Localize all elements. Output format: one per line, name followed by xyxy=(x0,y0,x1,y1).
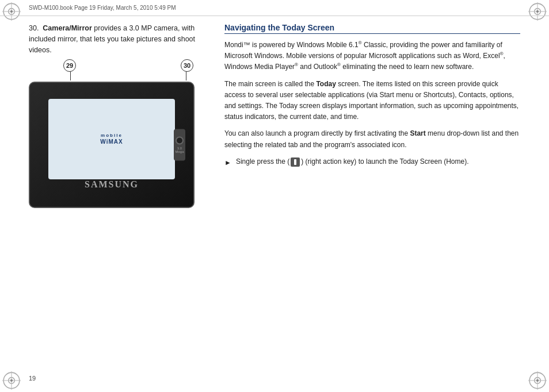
header-text: SWD-M100.book Page 19 Friday, March 5, 2… xyxy=(29,5,176,11)
left-column: 30. Camera/Mirror provides a 3.0 MP came… xyxy=(29,23,207,369)
tablet-face: mobile WiMAX SAMSUNG 3.0Mega xyxy=(30,83,193,207)
item-30-text: 30. Camera/Mirror provides a 3.0 MP came… xyxy=(29,23,207,55)
samsung-logo: SAMSUNG xyxy=(85,179,139,190)
action-key-icon xyxy=(291,157,300,167)
paragraph-1: Mondi™ is powered by Windows Mobile 6.1®… xyxy=(224,40,520,73)
paragraph-2: The main screen is called the Today scre… xyxy=(224,79,520,123)
paragraph-3: You can also launch a program directly b… xyxy=(224,128,520,150)
callout-circle-30: 30 xyxy=(181,59,193,72)
corner-decoration-bl xyxy=(2,371,21,390)
callout-circle-29: 29 xyxy=(63,59,76,72)
page-number: 19 xyxy=(29,375,36,382)
right-column: Navigating the Today Screen Mondi™ is po… xyxy=(224,23,520,369)
corner-decoration-br xyxy=(528,371,547,390)
section-title: Navigating the Today Screen xyxy=(224,23,520,34)
item-number: 30. xyxy=(29,24,39,32)
wimax-logo: mobile WiMAX xyxy=(100,133,123,145)
camera-lens xyxy=(176,137,184,145)
bullet-arrow-icon: ► xyxy=(224,157,231,168)
device-container: 29 30 mobile WiMAX xyxy=(29,66,196,208)
bullet-text: Single press the () (right action key) t… xyxy=(236,156,469,168)
header-bar: SWD-M100.book Page 19 Friday, March 5, 2… xyxy=(0,0,549,16)
camera-icon: 3.0Mega xyxy=(174,129,185,161)
svg-point-19 xyxy=(536,379,539,382)
camera-label: 3.0Mega xyxy=(175,147,184,153)
tablet-screen: mobile WiMAX xyxy=(48,99,175,179)
callout-area: 29 30 xyxy=(29,66,196,82)
content-wrapper: 30. Camera/Mirror provides a 3.0 MP came… xyxy=(29,23,520,369)
bullet-item: ► Single press the () (right action key)… xyxy=(224,156,520,168)
svg-point-14 xyxy=(10,379,13,382)
device-image: mobile WiMAX SAMSUNG 3.0Mega xyxy=(29,82,195,208)
item-label: Camera/Mirror xyxy=(43,24,92,32)
